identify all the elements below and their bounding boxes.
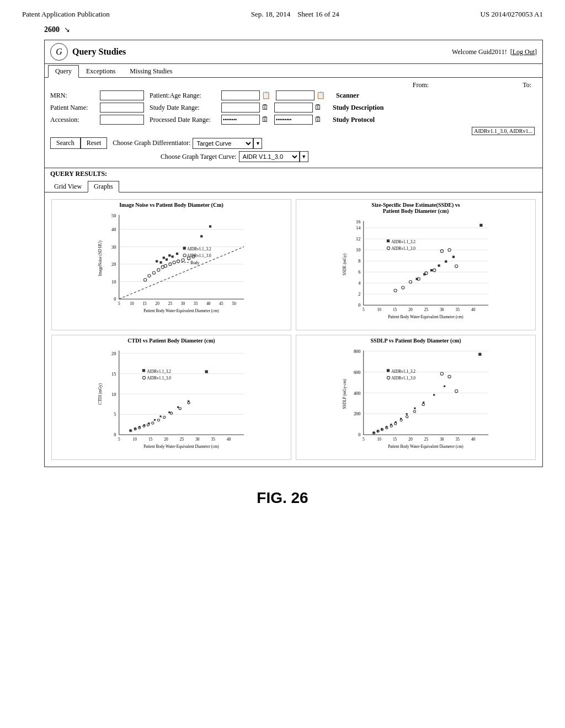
study-desc-label: Study Description xyxy=(333,104,383,112)
svg-point-38 xyxy=(164,265,167,267)
svg-text:Patient Body Water-Equivalent : Patient Body Water-Equivalent Diameter (… xyxy=(388,444,463,449)
target-curve-row: Choose Graph Target Curve: AIDR V1.1_3.0… xyxy=(161,151,537,162)
svg-text:35: 35 xyxy=(456,437,460,442)
svg-text:AIDRv1.1_3.0: AIDRv1.1_3.0 xyxy=(147,376,171,381)
svg-text:AIDRv1.1_3.2: AIDRv1.1_3.2 xyxy=(187,247,211,251)
calendar-from-icon[interactable]: 📋 xyxy=(262,91,270,100)
svg-text:Patient Body Water-Equivalent : Patient Body Water-Equivalent Diameter (… xyxy=(143,444,219,449)
svg-text:20: 20 xyxy=(156,301,160,306)
svg-point-184 xyxy=(413,410,415,413)
tab-missing-studies[interactable]: Missing Studies xyxy=(122,65,179,77)
calendar-to-icon[interactable]: 📋 xyxy=(316,91,325,100)
processed-cal-from-icon[interactable]: 🗓 xyxy=(262,115,269,124)
chart4-title: SSDLP vs Patient Body Diameter (cm) xyxy=(299,338,533,344)
chart2-svg: 0 2 4 6 8 10 12 14 16 5 10 15 20 25 30 3… xyxy=(299,215,533,325)
svg-rect-121 xyxy=(142,369,145,372)
svg-text:40: 40 xyxy=(206,301,211,306)
processed-from-field: 🗓 xyxy=(221,115,269,125)
svg-rect-46 xyxy=(183,247,186,249)
tab-query[interactable]: Query xyxy=(48,65,79,78)
tab-grid-view[interactable]: Grid View xyxy=(48,181,88,192)
patient-name-input[interactable] xyxy=(100,103,144,113)
search-button[interactable]: Search xyxy=(50,137,81,149)
svg-point-170 xyxy=(387,376,390,379)
aidr-filter-label[interactable]: AIDRv1.1_3.0, AIDRv1... xyxy=(472,127,535,135)
svg-point-183 xyxy=(406,415,408,417)
svg-point-132 xyxy=(157,419,159,421)
svg-text:30: 30 xyxy=(440,307,444,312)
from-to-labels: From: To: xyxy=(50,81,537,89)
svg-point-33 xyxy=(144,279,147,281)
svg-rect-196 xyxy=(433,394,435,395)
tab-exceptions[interactable]: Exceptions xyxy=(79,65,122,77)
chart3-svg: 0 5 10 15 20 5 10 15 20 25 30 35 40 CTDI… xyxy=(54,345,289,455)
figure-caption: FIG. 26 xyxy=(0,478,565,512)
svg-text:40: 40 xyxy=(111,227,116,232)
logout-link[interactable]: [Log Out] xyxy=(510,48,537,56)
age-from-field: 📋 xyxy=(221,90,270,100)
age-to-input[interactable] xyxy=(276,90,315,100)
study-cal-from-icon[interactable]: 🗓 xyxy=(262,103,269,112)
svg-text:20: 20 xyxy=(111,351,116,356)
svg-point-134 xyxy=(170,412,172,414)
accession-label: Accession: xyxy=(50,116,100,124)
view-tabs: Grid View Graphs xyxy=(45,180,542,192)
accession-input[interactable] xyxy=(100,115,144,125)
study-date-from-input[interactable] xyxy=(221,103,260,113)
study-date-label: Study Date Range: xyxy=(150,104,221,112)
svg-text:40: 40 xyxy=(471,307,476,312)
tab-graphs[interactable]: Graphs xyxy=(88,181,119,192)
chart1-svg: 0 10 20 30 40 50 5 10 15 20 25 30 35 40 … xyxy=(54,209,289,319)
svg-rect-29 xyxy=(172,255,174,258)
svg-text:10: 10 xyxy=(111,279,116,285)
scanner-label: Scanner xyxy=(336,92,359,100)
chart-ssde: Size-Specific Dose Estimate(SSDE) vsPati… xyxy=(296,199,536,330)
study-date-from-field: 🗓 xyxy=(221,103,269,113)
svg-rect-95 xyxy=(452,256,455,258)
svg-text:Body: Body xyxy=(190,260,199,265)
svg-text:12: 12 xyxy=(356,236,360,242)
svg-text:8: 8 xyxy=(358,258,360,264)
differentiator-select[interactable]: Target Curve xyxy=(193,138,253,149)
svg-point-174 xyxy=(448,375,451,378)
svg-rect-192 xyxy=(400,418,402,420)
diff-select-arrow[interactable]: ▼ xyxy=(253,138,262,149)
study-cal-to-icon[interactable]: 🗓 xyxy=(315,103,322,112)
processed-cal-to-icon[interactable]: 🗓 xyxy=(315,115,322,124)
svg-text:SSDE (mGy): SSDE (mGy) xyxy=(342,253,347,275)
svg-rect-142 xyxy=(154,419,156,421)
age-from-input[interactable] xyxy=(221,90,260,100)
svg-text:10: 10 xyxy=(130,301,134,306)
target-select-arrow[interactable]: ▼ xyxy=(300,151,308,162)
svg-text:45: 45 xyxy=(219,301,223,306)
form-area: From: To: MRN: Patient:Age Range: 📋 📋 Sc… xyxy=(45,78,542,168)
main-ui-container: G Query Studies Welcome Guid2011! [Log O… xyxy=(44,40,543,467)
target-curve-select[interactable]: AIDR V1.1_3.0 xyxy=(239,151,300,162)
chart-ctdi: CTDI vs Patient Body Diameter (cm) 0 5 1… xyxy=(51,335,291,460)
choose-target-label: Choose Graph Target Curve: xyxy=(161,153,237,161)
app-logo: G xyxy=(50,43,68,61)
svg-point-48 xyxy=(183,254,186,257)
study-desc-section: Study Description xyxy=(333,104,383,112)
svg-rect-187 xyxy=(377,430,379,432)
svg-text:2: 2 xyxy=(358,291,360,297)
app-bar-left: G Query Studies xyxy=(50,43,126,61)
svg-rect-80 xyxy=(479,224,482,227)
svg-text:SSDLP (mGy·cm): SSDLP (mGy·cm) xyxy=(342,379,347,409)
reset-button[interactable]: Reset xyxy=(81,137,108,149)
page-header: Patent Application Publication Sep. 18, … xyxy=(0,0,565,24)
svg-text:AIDRv1.1_3.2: AIDRv1.1_3.2 xyxy=(391,369,415,374)
svg-point-131 xyxy=(152,422,154,424)
study-date-to-input[interactable] xyxy=(274,103,313,113)
svg-text:200: 200 xyxy=(354,411,361,416)
svg-text:5: 5 xyxy=(118,437,120,442)
processed-from-input[interactable] xyxy=(221,115,260,125)
mrn-input[interactable] xyxy=(100,90,144,100)
processed-to-input[interactable] xyxy=(274,115,313,125)
app-bar-right: Welcome Guid2011! [Log Out] xyxy=(452,48,537,56)
svg-rect-141 xyxy=(148,422,150,424)
svg-text:AIDRv1.1_3.2: AIDRv1.1_3.2 xyxy=(147,369,171,374)
study-date-to-field: 🗓 xyxy=(274,103,322,113)
svg-text:20: 20 xyxy=(111,261,116,267)
svg-rect-125 xyxy=(205,370,208,373)
